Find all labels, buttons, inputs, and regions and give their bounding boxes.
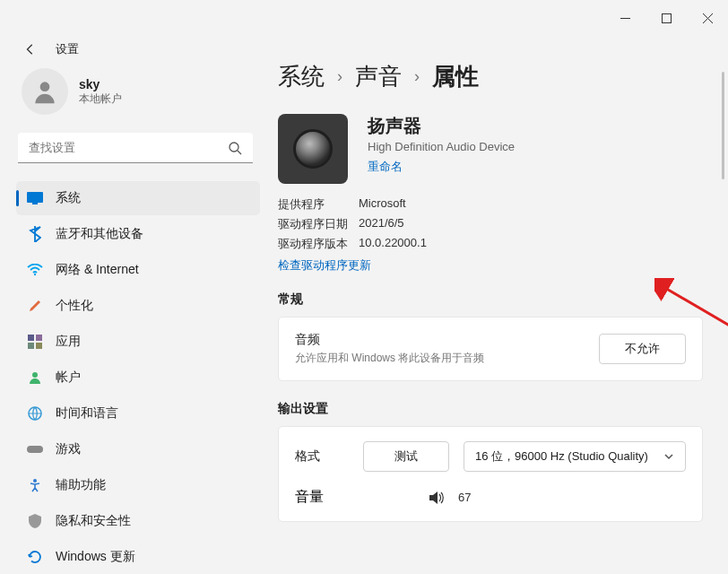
speaker-icon: [278, 114, 348, 184]
apps-icon: [27, 334, 43, 350]
sidebar-item-gaming[interactable]: 游戏: [16, 432, 260, 466]
main: 系统 › 声音 › 属性 扬声器 High Definition Audio D…: [269, 54, 728, 574]
chevron-right-icon: ›: [414, 67, 420, 86]
nav: 系统 蓝牙和其他设备 网络 & Internet 个性化 应用: [16, 181, 260, 574]
driver-date-value: 2021/6/5: [359, 216, 703, 232]
volume-label: 音量: [295, 488, 324, 507]
svg-rect-8: [32, 203, 38, 204]
svg-rect-12: [28, 343, 34, 349]
close-button[interactable]: [687, 4, 728, 31]
sidebar-item-label: 辅助功能: [56, 477, 106, 493]
sidebar-item-apps[interactable]: 应用: [16, 325, 260, 359]
driver-info: 提供程序 Microsoft 驱动程序日期 2021/6/5 驱动程序版本 10…: [278, 196, 703, 256]
chevron-down-icon: [663, 451, 674, 462]
svg-point-4: [40, 82, 50, 91]
sidebar-item-accounts[interactable]: 帐户: [16, 361, 260, 395]
sidebar: sky 本地帐户 系统 蓝牙和其他设备 网络 &: [0, 54, 269, 574]
breadcrumb: 系统 › 声音 › 属性: [278, 57, 703, 114]
maximize-button[interactable]: [646, 4, 687, 31]
search-input[interactable]: [18, 133, 253, 163]
test-button[interactable]: 测试: [363, 441, 449, 472]
svg-rect-11: [36, 335, 42, 341]
user-block[interactable]: sky 本地帐户: [16, 63, 260, 131]
driver-version-value: 10.0.22000.1: [359, 236, 703, 252]
format-select[interactable]: 16 位，96000 Hz (Studio Quality): [464, 441, 686, 472]
sidebar-item-label: 帐户: [56, 370, 81, 386]
display-icon: [27, 190, 43, 206]
brush-icon: [27, 298, 43, 314]
output-card: 格式 测试 16 位，96000 Hz (Studio Quality) 音量 …: [278, 426, 703, 522]
provider-label: 提供程序: [278, 196, 359, 213]
format-value: 16 位，96000 Hz (Studio Quality): [475, 448, 648, 465]
sidebar-item-network[interactable]: 网络 & Internet: [16, 253, 260, 287]
sidebar-item-label: 系统: [56, 190, 81, 206]
avatar: [22, 68, 68, 115]
svg-rect-16: [27, 446, 43, 453]
sidebar-item-system[interactable]: 系统: [16, 181, 260, 215]
sidebar-item-update[interactable]: Windows 更新: [16, 540, 260, 574]
svg-rect-7: [27, 192, 43, 203]
breadcrumb-properties: 属性: [432, 61, 479, 92]
accessibility-icon: [27, 477, 43, 493]
deny-button[interactable]: 不允许: [599, 334, 686, 364]
device-header: 扬声器 High Definition Audio Device 重命名: [278, 114, 703, 196]
provider-value: Microsoft: [359, 196, 703, 213]
svg-point-9: [34, 274, 36, 275]
sidebar-item-personalize[interactable]: 个性化: [16, 289, 260, 323]
sidebar-item-label: Windows 更新: [56, 549, 135, 565]
sidebar-item-accessibility[interactable]: 辅助功能: [16, 468, 260, 502]
rename-link[interactable]: 重命名: [368, 159, 515, 175]
sidebar-item-time[interactable]: 时间和语言: [16, 396, 260, 430]
audio-subtitle: 允许应用和 Windows 将此设备用于音频: [295, 351, 484, 366]
sidebar-item-privacy[interactable]: 隐私和安全性: [16, 504, 260, 538]
svg-line-6: [238, 151, 241, 154]
svg-rect-13: [36, 343, 42, 349]
sidebar-item-label: 游戏: [56, 441, 81, 457]
gamepad-icon: [27, 441, 43, 457]
svg-point-17: [33, 479, 37, 483]
section-general: 常规: [278, 286, 703, 317]
sidebar-item-label: 蓝牙和其他设备: [56, 226, 143, 242]
breadcrumb-system[interactable]: 系统: [278, 61, 325, 92]
shield-icon: [27, 513, 43, 529]
breadcrumb-sound[interactable]: 声音: [355, 61, 402, 92]
audio-card: 音频 允许应用和 Windows 将此设备用于音频 不允许: [278, 317, 703, 381]
sidebar-item-label: 时间和语言: [56, 405, 118, 422]
svg-rect-1: [662, 13, 671, 22]
svg-point-5: [230, 143, 238, 152]
scrollbar[interactable]: [722, 72, 724, 179]
svg-point-14: [32, 372, 38, 378]
person-icon: [27, 370, 43, 386]
search-icon: [228, 141, 242, 155]
bluetooth-icon: [27, 226, 43, 242]
sidebar-item-label: 个性化: [56, 298, 93, 314]
check-driver-updates-link[interactable]: 检查驱动程序更新: [278, 256, 371, 286]
audio-title: 音频: [295, 332, 484, 348]
device-subtitle: High Definition Audio Device: [368, 140, 515, 153]
sidebar-item-label: 应用: [56, 334, 81, 350]
wifi-icon: [27, 262, 43, 278]
device-title: 扬声器: [368, 114, 515, 138]
driver-version-label: 驱动程序版本: [278, 236, 359, 252]
driver-date-label: 驱动程序日期: [278, 216, 359, 232]
user-name: sky: [79, 77, 122, 91]
minimize-button[interactable]: [604, 4, 646, 31]
user-subtitle: 本地帐户: [79, 91, 122, 107]
globe-icon: [27, 405, 43, 422]
sidebar-item-label: 网络 & Internet: [56, 262, 139, 278]
volume-value: 67: [458, 491, 471, 504]
volume-icon: [428, 490, 444, 506]
titlebar: [0, 0, 728, 36]
search-box[interactable]: [18, 133, 253, 163]
sidebar-item-bluetooth[interactable]: 蓝牙和其他设备: [16, 217, 260, 251]
sidebar-item-label: 隐私和安全性: [56, 513, 131, 529]
format-label: 格式: [295, 448, 349, 465]
section-output: 输出设置: [278, 381, 703, 426]
chevron-right-icon: ›: [337, 67, 342, 86]
svg-rect-10: [28, 335, 34, 341]
update-icon: [27, 549, 43, 565]
